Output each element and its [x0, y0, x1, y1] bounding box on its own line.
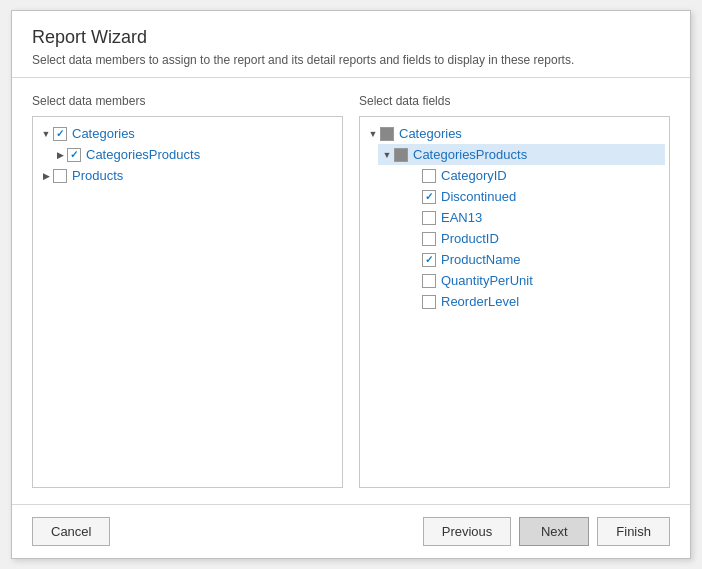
- r-checkbox-discontinued[interactable]: [422, 190, 436, 204]
- r-tree-item-categoriesproducts[interactable]: CategoriesProducts: [378, 144, 665, 165]
- dialog-subtitle: Select data members to assign to the rep…: [32, 53, 670, 67]
- r-label-categoryid: CategoryID: [441, 168, 507, 183]
- r-chevron-categoriesproducts: [380, 148, 394, 162]
- right-panel-label: Select data fields: [359, 94, 670, 108]
- r-tree-item-categories[interactable]: Categories: [364, 123, 665, 144]
- r-chevron-categories: [366, 127, 380, 141]
- label-products: Products: [72, 168, 123, 183]
- r-label-productid: ProductID: [441, 231, 499, 246]
- tree-item-categories[interactable]: Categories: [37, 123, 338, 144]
- checkbox-categories[interactable]: [53, 127, 67, 141]
- tree-item-categoriesproducts[interactable]: CategoriesProducts: [51, 144, 338, 165]
- cancel-button[interactable]: Cancel: [32, 517, 110, 546]
- r-label-ean13: EAN13: [441, 210, 482, 225]
- previous-button[interactable]: Previous: [423, 517, 512, 546]
- r-checkbox-quantityperunit[interactable]: [422, 274, 436, 288]
- right-panel: Select data fields Categories Categories…: [359, 94, 670, 488]
- r-tree-item-quantityperunit[interactable]: QuantityPerUnit: [406, 270, 665, 291]
- label-categories: Categories: [72, 126, 135, 141]
- r-checkbox-categoriesproducts[interactable]: [394, 148, 408, 162]
- left-panel-content: Categories CategoriesProducts Products: [32, 116, 343, 488]
- r-label-categories: Categories: [399, 126, 462, 141]
- r-checkbox-ean13[interactable]: [422, 211, 436, 225]
- r-tree-item-discontinued[interactable]: Discontinued: [406, 186, 665, 207]
- r-tree-item-productname[interactable]: ProductName: [406, 249, 665, 270]
- right-panel-content: Categories CategoriesProducts CategoryID: [359, 116, 670, 488]
- footer-right: Previous Next Finish: [423, 517, 670, 546]
- left-panel-label: Select data members: [32, 94, 343, 108]
- r-tree-item-categoryid[interactable]: CategoryID: [406, 165, 665, 186]
- checkbox-products[interactable]: [53, 169, 67, 183]
- r-checkbox-productid[interactable]: [422, 232, 436, 246]
- dialog-body: Select data members Categories Categorie…: [12, 78, 690, 504]
- r-checkbox-productname[interactable]: [422, 253, 436, 267]
- chevron-products: [39, 169, 53, 183]
- next-button[interactable]: Next: [519, 517, 589, 546]
- r-tree-item-ean13[interactable]: EAN13: [406, 207, 665, 228]
- chevron-categoriesproducts: [53, 148, 67, 162]
- report-wizard-dialog: Report Wizard Select data members to ass…: [11, 10, 691, 559]
- tree-item-products[interactable]: Products: [37, 165, 338, 186]
- r-label-reorderlevel: ReorderLevel: [441, 294, 519, 309]
- r-label-quantityperunit: QuantityPerUnit: [441, 273, 533, 288]
- r-tree-item-productid[interactable]: ProductID: [406, 228, 665, 249]
- checkbox-categoriesproducts[interactable]: [67, 148, 81, 162]
- dialog-title: Report Wizard: [32, 27, 670, 48]
- r-checkbox-reorderlevel[interactable]: [422, 295, 436, 309]
- r-label-categoriesproducts: CategoriesProducts: [413, 147, 527, 162]
- chevron-categories: [39, 127, 53, 141]
- r-label-productname: ProductName: [441, 252, 520, 267]
- r-checkbox-categoryid[interactable]: [422, 169, 436, 183]
- dialog-footer: Cancel Previous Next Finish: [12, 504, 690, 558]
- r-checkbox-categories[interactable]: [380, 127, 394, 141]
- r-tree-item-reorderlevel[interactable]: ReorderLevel: [406, 291, 665, 312]
- left-panel: Select data members Categories Categorie…: [32, 94, 343, 488]
- dialog-header: Report Wizard Select data members to ass…: [12, 11, 690, 78]
- r-label-discontinued: Discontinued: [441, 189, 516, 204]
- finish-button[interactable]: Finish: [597, 517, 670, 546]
- label-categoriesproducts: CategoriesProducts: [86, 147, 200, 162]
